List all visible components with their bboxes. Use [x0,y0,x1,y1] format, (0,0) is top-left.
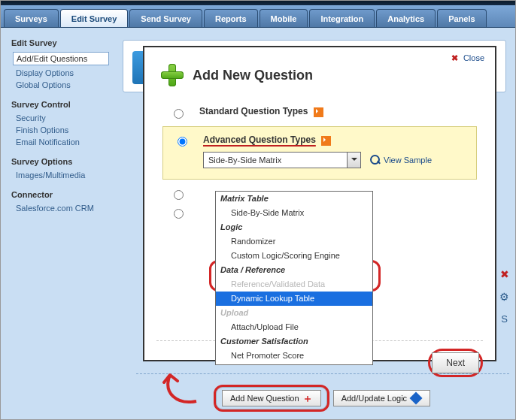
tab-send-survey[interactable]: Send Survey [129,9,202,27]
dialog-title: Add New Question [193,68,313,83]
dialog-title-row: Add New Question [159,62,483,88]
help-icon[interactable] [314,107,323,117]
add-question-bar: Add New Question ＋ Add/Update Logic [136,373,509,412]
add-new-question-dialog: ✖ Close Add New Question Standard Questi… [143,46,496,361]
tab-surveys[interactable]: Surveys [4,9,59,27]
add-new-question-button[interactable]: Add New Question ＋ [222,390,321,406]
sidebar-item-images-multimedia[interactable]: Images/Multimedia [16,171,109,180]
sidebar-item-add-edit-questions[interactable]: Add/Edit Questions [13,52,109,65]
logic-icon [410,392,423,405]
next-button[interactable]: Next [432,352,479,373]
question-settings-icon[interactable]: ⚙ [499,291,509,303]
ddl-opt-side-by-side-matrix[interactable]: Side-By-Side Matrix [216,206,372,220]
option-extra-2-radio[interactable] [174,209,184,219]
tab-reports[interactable]: Reports [204,9,258,27]
chevron-down-icon [347,153,360,168]
option-advanced-label: Advanced Question Types [203,134,316,145]
tab-analytics[interactable]: Analytics [376,9,436,27]
advanced-type-dropdown[interactable]: Matrix Table Side-By-Side Matrix Logic R… [215,191,373,365]
option-advanced-radio[interactable] [178,137,187,147]
sidebar-head-survey-options: Survey Options [11,157,109,166]
sidebar: Edit Survey Add/Edit Questions Display O… [1,28,114,419]
tab-mobile[interactable]: Mobile [260,9,308,27]
sidebar-head-survey-control: Survey Control [11,100,109,109]
sidebar-item-global-options[interactable]: Global Options [16,80,109,89]
add-update-logic-button[interactable]: Add/Update Logic [333,390,430,406]
question-settings-label[interactable]: S [501,313,508,325]
ddl-opt-randomizer[interactable]: Randomizer [216,234,372,249]
ddl-group-data-reference: Data / Reference [216,263,372,277]
ddl-opt-net-promoter-score[interactable]: Net Promoter Score [216,349,372,363]
ddl-group-upload: Upload [216,306,372,320]
advanced-type-select[interactable]: Side-By-Side Matrix [203,152,361,168]
ddl-opt-custom-logic[interactable]: Custom Logic/Scoring Engine [216,249,372,263]
ddl-group-logic: Logic [216,220,372,234]
ddl-group-matrix: Matrix Table [216,192,372,206]
dialog-close-button[interactable]: ✖ Close [451,53,484,63]
sidebar-head-connector: Connector [11,190,109,199]
delete-question-icon[interactable]: ✖ [500,268,509,280]
advanced-type-selected: Side-By-Side Matrix [208,156,281,165]
option-advanced-box: Advanced Question Types Side-By-Side Mat… [162,126,477,180]
option-standard-row: Standard Question Types [156,101,483,123]
ddl-opt-reference-validated-data[interactable]: Reference/Validated Data [216,277,372,292]
question-actions-strip: ✖ ⚙ S [499,268,509,325]
annotation-ring-next: Next [428,349,483,377]
view-sample-label: View Sample [384,156,432,165]
add-new-question-label: Add New Question [230,394,299,403]
sidebar-item-email-notification[interactable]: Email Notification [16,137,109,147]
main-tabs: Surveys Edit Survey Send Survey Reports … [1,5,515,28]
view-sample-link[interactable]: View Sample [370,155,432,165]
option-standard-label: Standard Question Types [199,106,308,116]
ddl-group-customer-satisfaction: Customer Satisfaction [216,334,372,349]
ddl-opt-attach-upload-file[interactable]: Attach/Upload File [216,320,372,334]
ddl-opt-dynamic-lookup-table[interactable]: Dynamic Lookup Table [216,292,372,306]
tab-panels[interactable]: Panels [437,9,486,27]
sidebar-item-finish-options[interactable]: Finish Options [16,125,109,134]
search-icon [370,155,381,165]
add-icon [159,62,185,88]
sidebar-item-salesforce-crm[interactable]: Salesforce.com CRM [16,204,109,213]
add-update-logic-label: Add/Update Logic [341,394,407,403]
sidebar-item-security[interactable]: Security [16,113,109,122]
plus-icon: ＋ [302,394,313,403]
sidebar-item-display-options[interactable]: Display Options [16,68,109,77]
tab-integration[interactable]: Integration [309,9,375,27]
help-icon[interactable] [321,136,331,146]
tab-edit-survey[interactable]: Edit Survey [60,9,129,27]
sidebar-head-edit-survey: Edit Survey [11,38,109,47]
annotation-ring-add-question: Add New Question ＋ [214,385,329,412]
close-icon: ✖ [451,53,458,62]
option-extra-1-radio[interactable] [174,190,184,200]
option-standard-radio[interactable] [174,109,184,119]
dialog-close-label: Close [463,53,484,62]
